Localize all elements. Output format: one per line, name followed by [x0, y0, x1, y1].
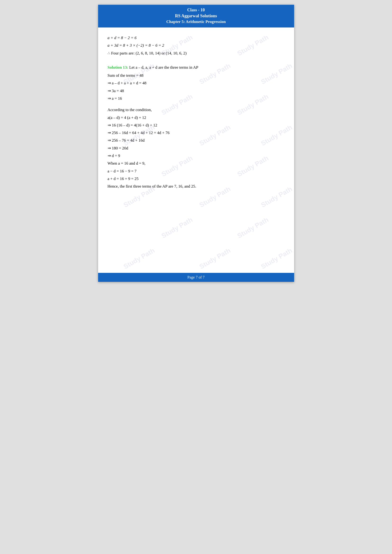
sol13-line-14: a + d = 16 + 9 = 25 [108, 175, 285, 183]
sol13-line-10: ⇒ 180 = 20d [108, 145, 285, 152]
sol13-line-11: ⇒ d = 9 [108, 152, 285, 160]
watermark: Study Path [198, 247, 232, 271]
header-class: Class - 10 [103, 7, 289, 13]
sol13-line-6: a(a – d) = 4 (a + d) + 12 [108, 114, 285, 122]
page-footer: Page 7 of 7 [98, 273, 294, 282]
watermark: Study Path [160, 216, 194, 240]
page-content: Study Path Study Path Study Path Study P… [98, 28, 294, 273]
page-number: Page 7 of 7 [188, 275, 204, 279]
page: Class - 10 RS Aggarwal Solutions Chapter… [98, 5, 294, 282]
page-header: Class - 10 RS Aggarwal Solutions Chapter… [98, 5, 294, 28]
solution-13-heading: Solution 13: Let a – d, a, a + d are the… [108, 65, 285, 70]
sol13-line-4: ⇒ a = 16 [108, 95, 285, 102]
sol13-line-8: ⇒ 256 – 16d = 64 + 4d + 12 = 4d + 76 [108, 129, 285, 137]
sol13-line-1: Sum of the terms = 48 [108, 72, 285, 79]
header-chapter: Chapter 5: Arithmetic Progression [103, 19, 289, 25]
math-line-3: ∴ Four parts are: (2, 6, 8, 10, 14) or (… [108, 49, 285, 57]
math-line-2: a + 3d = 8 + 3 × (−2) = 8 − 6 = 2 [108, 42, 285, 49]
header-title: RS Aggarwal Solutions [103, 13, 289, 19]
sol13-line-3: ⇒ 3a = 48 [108, 87, 285, 95]
watermark: Study Path [122, 247, 156, 271]
sol13-line-7: ⇒ 16 (16 – d) = 4(16 + d) + 12 [108, 122, 285, 129]
gap [108, 57, 285, 61]
sol13-conclusion: Hence, the first three terms of the AP a… [108, 183, 285, 190]
sol13-line-13: a − d = 16 − 9 = 7 [108, 167, 285, 175]
math-line-1: a + d = 8 − 2 = 6 [108, 34, 285, 42]
gap2 [108, 102, 285, 106]
watermark: Study Path [259, 247, 294, 271]
sol13-line-9: ⇒ 256 – 76 = 4d + 16d [108, 137, 285, 144]
solution-label: Solution 13: [108, 65, 128, 70]
solution-13-intro: Let a – d, a, a + d are the three terms … [129, 65, 198, 70]
sol13-line-12: When a = 16 and d = 9, [108, 160, 285, 167]
sol13-line-5: According to the condition, [108, 106, 285, 114]
watermark: Study Path [236, 216, 270, 240]
sol13-line-2: ⇒ a – d + a + a + d = 48 [108, 79, 285, 87]
